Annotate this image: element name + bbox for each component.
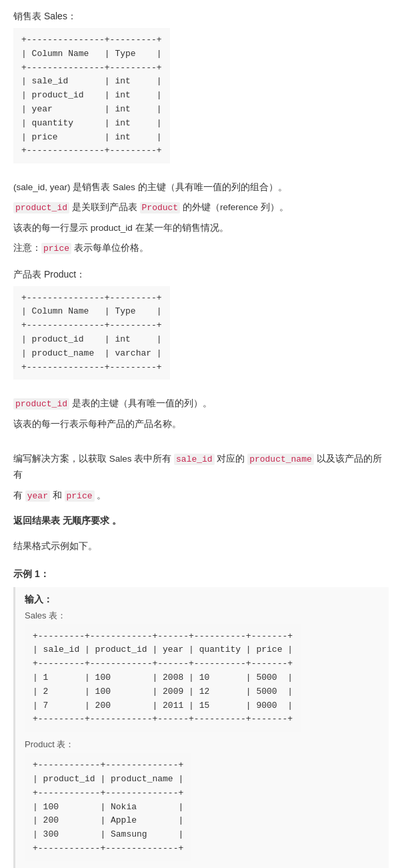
sales-note2-end: 的外键（reference 列）。 xyxy=(180,202,289,212)
sales-table-label: Sales 表： xyxy=(25,610,379,622)
product-note1-end: 是表的主键（具有唯一值的列）。 xyxy=(69,398,212,408)
product-schema-block: +---------------+---------+ | Column Nam… xyxy=(13,286,170,380)
task-desc1-mid: 对应的 xyxy=(215,454,248,464)
task-desc1-pre: 编写解决方案，以获取 Sales 表中所有 xyxy=(13,454,174,464)
format-note: 结果格式示例如下。 xyxy=(13,538,389,554)
task-desc1-code: sale_id xyxy=(174,454,215,465)
product-note1: product_id 是表的主键（具有唯一值的列）。 xyxy=(13,396,389,412)
sales-note2-code1: product_id xyxy=(13,202,69,213)
sales-note4: 注意：price 表示每单位价格。 xyxy=(13,240,389,256)
example1-box: 输入： Sales 表： +---------+------------+---… xyxy=(13,587,389,868)
task-desc1: 编写解决方案，以获取 Sales 表中所有 sale_id 对应的 produc… xyxy=(13,451,389,484)
task-desc2: 有 year 和 price 。 xyxy=(13,488,389,504)
product-note1-code: product_id xyxy=(13,398,69,410)
sales-note2-code2: Product xyxy=(140,202,181,213)
task-desc2-mid: 和 xyxy=(50,490,65,500)
task-desc2-code2: price xyxy=(65,490,95,502)
task-desc2-end: 。 xyxy=(95,490,107,500)
sales-note2-mid: 是关联到产品表 xyxy=(69,202,140,212)
sales-note4-code: price xyxy=(41,243,71,254)
product-note2: 该表的每一行表示每种产品的产品名称。 xyxy=(13,416,389,432)
sales-note1: (sale_id, year) 是销售表 Sales 的主键（具有唯一值的列的组… xyxy=(13,179,389,195)
sales-example-block: +---------+------------+------+---------… xyxy=(25,624,301,733)
product-table-label: Product 表： xyxy=(25,739,379,751)
sales-table-title: 销售表 Sales： xyxy=(13,11,389,23)
return-note: 返回结果表 无顺序要求 。 xyxy=(13,513,389,529)
sales-note4-end: 表示每单位价格。 xyxy=(71,243,149,253)
sales-note3: 该表的每一行显示 product_id 在某一年的销售情况。 xyxy=(13,220,389,236)
example1-title: 示例 1： xyxy=(13,568,389,580)
task-desc2-code1: year xyxy=(25,490,50,502)
sales-note4-pre: 注意： xyxy=(13,243,41,253)
task-desc1-code2: product_name xyxy=(247,454,314,465)
sales-schema-block: +---------------+---------+ | Column Nam… xyxy=(13,28,170,163)
product-example-block: +------------+--------------+ | product_… xyxy=(25,753,191,861)
input-label: 输入： xyxy=(25,594,379,606)
product-table-title: 产品表 Product： xyxy=(13,269,389,281)
sales-note2: product_id 是关联到产品表 Product 的外键（reference… xyxy=(13,199,389,215)
